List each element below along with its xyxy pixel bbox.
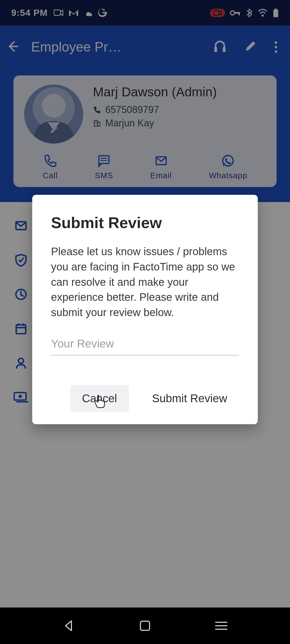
submit-button-label: Submit Review	[152, 392, 227, 405]
dialog-body: Please let us know issues / problems you…	[51, 244, 239, 320]
nav-back-icon	[63, 620, 74, 632]
submit-review-dialog: Submit Review Please let us know issues …	[32, 195, 258, 424]
cursor-pointer-icon	[93, 394, 106, 411]
nav-recents-button[interactable]	[214, 618, 229, 633]
submit-review-button[interactable]: Submit Review	[140, 385, 239, 412]
nav-home-icon	[140, 621, 150, 631]
nav-recents-icon	[215, 622, 227, 630]
review-input[interactable]	[51, 335, 239, 356]
nav-back-button[interactable]	[61, 618, 76, 633]
nav-home-button[interactable]	[137, 618, 153, 633]
dialog-title: Submit Review	[51, 214, 239, 232]
android-nav-bar	[0, 608, 290, 644]
cancel-button[interactable]: Cancel	[70, 385, 129, 412]
